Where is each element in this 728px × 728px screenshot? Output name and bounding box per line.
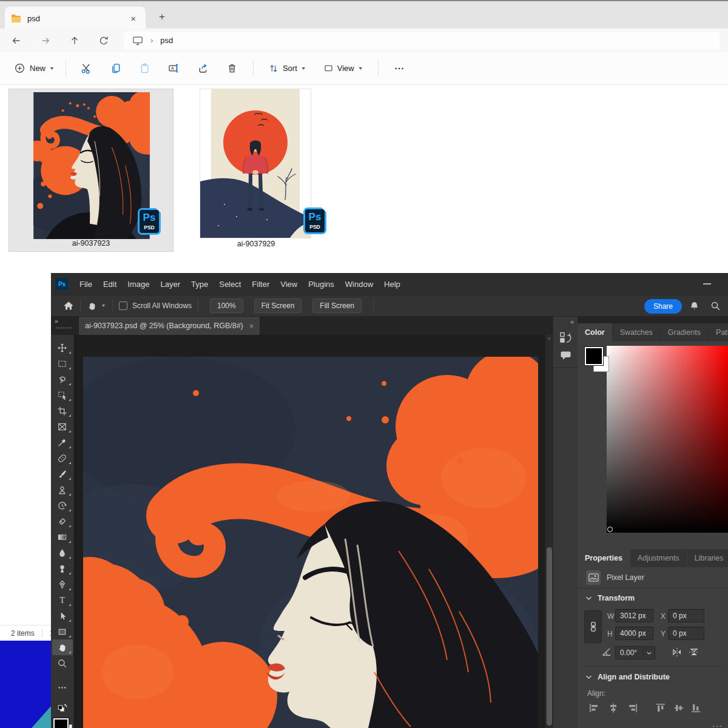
notifications-bell-icon[interactable] [689, 301, 699, 311]
width-input[interactable]: 3012 px [615, 609, 653, 622]
tab-adjustments[interactable]: Adjustments [630, 549, 687, 567]
share-button[interactable]: Share [644, 299, 682, 314]
menu-plugins[interactable]: Plugins [303, 280, 340, 289]
move-tool[interactable] [52, 340, 73, 356]
frame-tool[interactable] [52, 419, 73, 434]
edit-toolbar-icon[interactable] [52, 679, 73, 695]
more-options-icon[interactable] [389, 58, 410, 79]
flip-horizontal-icon[interactable] [671, 647, 683, 658]
crop-tool[interactable] [52, 403, 73, 419]
align-section-header[interactable]: Align and Distribute [586, 673, 670, 681]
hand-tool-option-icon[interactable] [87, 301, 97, 311]
cut-button[interactable] [76, 58, 97, 79]
menu-help[interactable]: Help [379, 280, 406, 289]
refresh-icon[interactable] [93, 32, 114, 50]
version-history-icon[interactable] [559, 331, 571, 345]
up-icon[interactable] [64, 32, 85, 50]
tab-gradients[interactable]: Gradients [661, 323, 708, 342]
sort-button[interactable]: Sort ▼ [265, 59, 310, 78]
new-button[interactable]: New ▼ [10, 59, 59, 77]
forward-icon[interactable] [35, 32, 56, 50]
color-picker-marker[interactable] [607, 527, 613, 532]
share-button[interactable] [193, 58, 214, 79]
document-tab[interactable]: ai-9037923.psd @ 25% (Background, RGB/8#… [79, 317, 260, 335]
fill-screen-button[interactable]: Fill Screen [312, 298, 362, 313]
y-input[interactable]: 0 px [668, 627, 704, 640]
type-tool[interactable]: T [52, 592, 73, 608]
menu-select[interactable]: Select [214, 280, 246, 289]
scroll-all-windows-checkbox[interactable] [119, 302, 127, 310]
default-colors-icon[interactable] [52, 700, 73, 716]
rotation-angle-input[interactable]: 0.00° [615, 646, 655, 659]
expand-panels-icon[interactable]: « [570, 318, 573, 325]
healing-brush-tool[interactable] [52, 450, 73, 466]
breadcrumb[interactable]: › psd [124, 32, 720, 49]
link-dimensions-button[interactable] [584, 610, 602, 643]
scrollbar-up-icon[interactable]: ^ [545, 337, 553, 343]
menu-view[interactable]: View [275, 280, 303, 289]
file-tile[interactable]: Ps PSD ai-9037929 [182, 89, 330, 252]
tab-color[interactable]: Color [578, 323, 612, 342]
chevron-down-icon[interactable]: ▼ [101, 303, 106, 308]
align-vertical-centers-icon[interactable] [673, 703, 684, 713]
rectangle-tool[interactable] [52, 624, 73, 639]
comments-icon[interactable] [560, 351, 571, 361]
tab-swatches[interactable]: Swatches [613, 323, 660, 342]
align-more-options[interactable]: ... [712, 719, 723, 728]
align-right-edges-icon[interactable] [627, 703, 638, 713]
gradient-tool[interactable] [52, 529, 73, 545]
object-selection-tool[interactable] [52, 387, 73, 403]
eyedropper-tool[interactable] [52, 434, 73, 450]
align-top-edges-icon[interactable] [655, 703, 666, 713]
ps-canvas-area[interactable] [74, 335, 545, 728]
blur-tool[interactable] [52, 545, 73, 561]
align-bottom-edges-icon[interactable] [690, 703, 701, 713]
menu-image[interactable]: Image [122, 280, 155, 289]
history-brush-tool[interactable] [52, 497, 73, 513]
height-input[interactable]: 4000 px [615, 627, 653, 640]
delete-button[interactable] [222, 58, 243, 79]
menu-window[interactable]: Window [340, 280, 379, 289]
fit-screen-button[interactable]: Fit Screen [254, 298, 302, 313]
tab-libraries[interactable]: Libraries [687, 549, 728, 567]
file-name[interactable]: ai-9037923 [9, 239, 173, 248]
scrollbar-thumb[interactable] [547, 547, 552, 726]
collapse-panels-icon[interactable]: » [55, 317, 58, 325]
search-icon[interactable] [710, 301, 721, 311]
new-tab-button[interactable]: + [154, 10, 170, 24]
rename-button[interactable]: A [164, 58, 184, 79]
canvas-vertical-scrollbar[interactable]: ^ [545, 335, 553, 728]
x-input[interactable]: 0 px [668, 609, 704, 622]
angle-dropdown-icon[interactable] [643, 647, 655, 659]
copy-button[interactable] [106, 58, 126, 79]
foreground-color-swatch[interactable] [585, 347, 603, 365]
foreground-background-swatches[interactable] [52, 718, 73, 728]
path-selection-tool[interactable] [52, 608, 73, 624]
lasso-tool[interactable] [52, 371, 73, 387]
align-horizontal-centers-icon[interactable] [608, 703, 619, 713]
zoom-100-button[interactable]: 100% [210, 298, 243, 313]
color-saturation-field[interactable] [607, 346, 728, 533]
pen-tool[interactable] [52, 576, 73, 592]
file-tile-selected[interactable]: Ps PSD ai-9037923 [8, 89, 174, 252]
zoom-tool[interactable] [52, 655, 73, 671]
brush-tool[interactable] [52, 466, 73, 482]
menu-file[interactable]: File [74, 280, 98, 289]
tab-patterns[interactable]: Patterns [709, 323, 728, 342]
align-left-edges-icon[interactable] [588, 703, 599, 713]
explorer-tab-psd[interactable]: psd × [5, 7, 146, 30]
menu-layer[interactable]: Layer [155, 280, 186, 289]
tab-properties[interactable]: Properties [578, 549, 630, 567]
hand-tool[interactable] [52, 639, 73, 655]
tab-close-icon[interactable]: × [127, 13, 140, 24]
breadcrumb-folder[interactable]: psd [160, 36, 173, 45]
clone-stamp-tool[interactable] [52, 482, 73, 497]
marquee-tool[interactable] [52, 356, 73, 371]
flip-vertical-icon[interactable] [688, 647, 700, 658]
paste-button[interactable] [135, 58, 155, 79]
minimize-icon[interactable] [703, 283, 711, 285]
file-name[interactable]: ai-9037929 [182, 240, 330, 248]
document-close-icon[interactable]: × [249, 322, 254, 331]
dodge-tool[interactable] [52, 561, 73, 576]
transform-section-header[interactable]: Transform [586, 594, 635, 602]
